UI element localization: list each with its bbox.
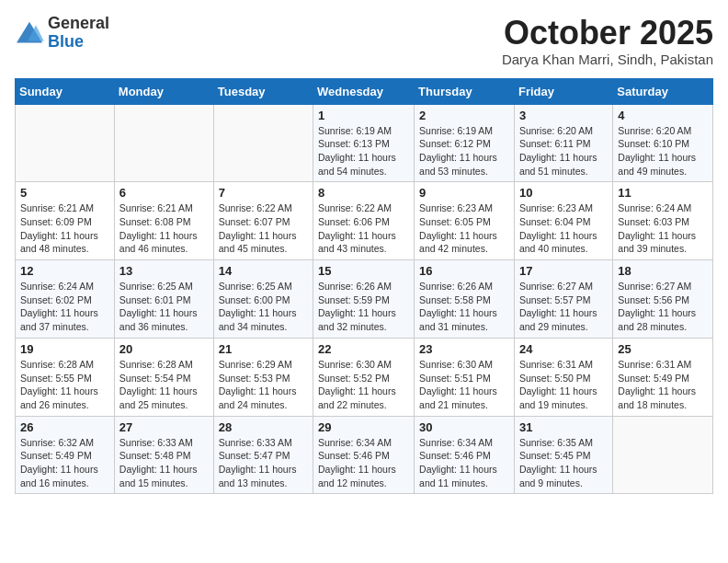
day-number: 4 [618, 109, 708, 122]
day-number: 11 [618, 186, 708, 200]
day-number: 26 [20, 420, 109, 434]
day-info: Sunrise: 6:28 AM Sunset: 5:54 PM Dayligh… [119, 358, 209, 412]
calendar-cell: 21Sunrise: 6:29 AM Sunset: 5:53 PM Dayli… [213, 338, 313, 416]
day-number: 10 [519, 186, 608, 200]
calendar-cell: 7Sunrise: 6:22 AM Sunset: 6:07 PM Daylig… [213, 182, 313, 260]
day-number: 23 [419, 342, 509, 356]
calendar-cell: 6Sunrise: 6:21 AM Sunset: 6:08 PM Daylig… [114, 182, 213, 260]
calendar-week-row: 1Sunrise: 6:19 AM Sunset: 6:13 PM Daylig… [16, 104, 713, 182]
page-header: General Blue October 2025 Darya Khan Mar… [15, 15, 713, 67]
calendar-cell: 13Sunrise: 6:25 AM Sunset: 6:01 PM Dayli… [114, 260, 213, 339]
day-info: Sunrise: 6:21 AM Sunset: 6:08 PM Dayligh… [119, 201, 209, 256]
calendar-cell: 12Sunrise: 6:24 AM Sunset: 6:02 PM Dayli… [16, 260, 115, 339]
logo: General Blue [15, 15, 109, 52]
day-number: 18 [618, 264, 708, 278]
day-number: 5 [20, 186, 109, 200]
calendar-cell: 19Sunrise: 6:28 AM Sunset: 5:55 PM Dayli… [16, 338, 115, 416]
calendar-week-row: 5Sunrise: 6:21 AM Sunset: 6:09 PM Daylig… [16, 182, 713, 260]
calendar-cell: 31Sunrise: 6:35 AM Sunset: 5:45 PM Dayli… [514, 416, 612, 494]
calendar-cell: 16Sunrise: 6:26 AM Sunset: 5:58 PM Dayli… [415, 260, 515, 339]
calendar-cell: 26Sunrise: 6:32 AM Sunset: 5:49 PM Dayli… [16, 416, 115, 494]
calendar-cell: 10Sunrise: 6:23 AM Sunset: 6:04 PM Dayli… [514, 182, 612, 260]
calendar-cell: 18Sunrise: 6:27 AM Sunset: 5:56 PM Dayli… [613, 260, 713, 339]
day-number: 6 [119, 186, 209, 200]
calendar-cell [213, 104, 313, 182]
logo-general: General [48, 15, 109, 33]
calendar-header: SundayMondayTuesdayWednesdayThursdayFrid… [16, 78, 713, 104]
day-info: Sunrise: 6:19 AM Sunset: 6:12 PM Dayligh… [419, 124, 509, 178]
day-number: 25 [618, 342, 708, 356]
day-number: 27 [119, 420, 209, 434]
logo-text: General Blue [48, 15, 109, 52]
day-info: Sunrise: 6:29 AM Sunset: 5:53 PM Dayligh… [219, 358, 308, 412]
day-info: Sunrise: 6:34 AM Sunset: 5:46 PM Dayligh… [318, 436, 409, 490]
day-number: 16 [419, 264, 509, 278]
calendar-cell: 22Sunrise: 6:30 AM Sunset: 5:52 PM Dayli… [313, 338, 415, 416]
day-info: Sunrise: 6:30 AM Sunset: 5:51 PM Dayligh… [419, 358, 509, 412]
day-number: 15 [318, 264, 409, 278]
calendar-cell: 11Sunrise: 6:24 AM Sunset: 6:03 PM Dayli… [613, 182, 713, 260]
calendar-cell: 23Sunrise: 6:30 AM Sunset: 5:51 PM Dayli… [415, 338, 515, 416]
day-info: Sunrise: 6:26 AM Sunset: 5:59 PM Dayligh… [318, 280, 409, 334]
month-title: October 2025 [502, 15, 713, 52]
day-info: Sunrise: 6:24 AM Sunset: 6:02 PM Dayligh… [20, 280, 109, 334]
calendar-week-row: 12Sunrise: 6:24 AM Sunset: 6:02 PM Dayli… [16, 260, 713, 339]
calendar-cell: 9Sunrise: 6:23 AM Sunset: 6:05 PM Daylig… [415, 182, 515, 260]
calendar-cell: 2Sunrise: 6:19 AM Sunset: 6:12 PM Daylig… [415, 104, 515, 182]
day-number: 28 [219, 420, 308, 434]
day-number: 17 [519, 264, 608, 278]
day-number: 14 [219, 264, 308, 278]
day-number: 13 [119, 264, 209, 278]
day-number: 30 [419, 420, 509, 434]
day-number: 3 [519, 109, 608, 122]
day-info: Sunrise: 6:32 AM Sunset: 5:49 PM Dayligh… [20, 436, 109, 490]
day-info: Sunrise: 6:27 AM Sunset: 5:56 PM Dayligh… [618, 280, 708, 334]
day-info: Sunrise: 6:33 AM Sunset: 5:47 PM Dayligh… [219, 436, 308, 490]
weekday-header-wednesday: Wednesday [313, 78, 415, 104]
calendar-cell: 30Sunrise: 6:34 AM Sunset: 5:46 PM Dayli… [415, 416, 515, 494]
calendar-cell: 27Sunrise: 6:33 AM Sunset: 5:48 PM Dayli… [114, 416, 213, 494]
calendar-table: SundayMondayTuesdayWednesdayThursdayFrid… [15, 78, 713, 495]
day-number: 12 [20, 264, 109, 278]
day-number: 24 [519, 342, 608, 356]
day-number: 29 [318, 420, 409, 434]
day-number: 22 [318, 342, 409, 356]
calendar-body: 1Sunrise: 6:19 AM Sunset: 6:13 PM Daylig… [16, 104, 713, 494]
calendar-cell: 25Sunrise: 6:31 AM Sunset: 5:49 PM Dayli… [613, 338, 713, 416]
calendar-cell: 29Sunrise: 6:34 AM Sunset: 5:46 PM Dayli… [313, 416, 415, 494]
calendar-cell: 20Sunrise: 6:28 AM Sunset: 5:54 PM Dayli… [114, 338, 213, 416]
day-info: Sunrise: 6:30 AM Sunset: 5:52 PM Dayligh… [318, 358, 409, 412]
day-info: Sunrise: 6:21 AM Sunset: 6:09 PM Dayligh… [20, 201, 109, 256]
day-info: Sunrise: 6:19 AM Sunset: 6:13 PM Dayligh… [318, 124, 409, 178]
calendar-cell: 14Sunrise: 6:25 AM Sunset: 6:00 PM Dayli… [213, 260, 313, 339]
calendar-cell: 17Sunrise: 6:27 AM Sunset: 5:57 PM Dayli… [514, 260, 612, 339]
day-info: Sunrise: 6:35 AM Sunset: 5:45 PM Dayligh… [519, 436, 608, 490]
weekday-header-sunday: Sunday [16, 78, 115, 104]
day-info: Sunrise: 6:28 AM Sunset: 5:55 PM Dayligh… [20, 358, 109, 412]
day-info: Sunrise: 6:27 AM Sunset: 5:57 PM Dayligh… [519, 280, 608, 334]
logo-blue: Blue [48, 33, 109, 52]
day-info: Sunrise: 6:31 AM Sunset: 5:49 PM Dayligh… [618, 358, 708, 412]
calendar-cell: 5Sunrise: 6:21 AM Sunset: 6:09 PM Daylig… [16, 182, 115, 260]
day-number: 20 [119, 342, 209, 356]
day-info: Sunrise: 6:34 AM Sunset: 5:46 PM Dayligh… [419, 436, 509, 490]
day-number: 1 [318, 109, 409, 122]
day-info: Sunrise: 6:33 AM Sunset: 5:48 PM Dayligh… [119, 436, 209, 490]
day-info: Sunrise: 6:31 AM Sunset: 5:50 PM Dayligh… [519, 358, 608, 412]
calendar-week-row: 26Sunrise: 6:32 AM Sunset: 5:49 PM Dayli… [16, 416, 713, 494]
day-info: Sunrise: 6:26 AM Sunset: 5:58 PM Dayligh… [419, 280, 509, 334]
logo-icon [15, 20, 44, 46]
calendar-cell: 8Sunrise: 6:22 AM Sunset: 6:06 PM Daylig… [313, 182, 415, 260]
calendar-cell [16, 104, 115, 182]
calendar-week-row: 19Sunrise: 6:28 AM Sunset: 5:55 PM Dayli… [16, 338, 713, 416]
calendar-cell: 3Sunrise: 6:20 AM Sunset: 6:11 PM Daylig… [514, 104, 612, 182]
weekday-header-friday: Friday [514, 78, 612, 104]
day-number: 9 [419, 186, 509, 200]
calendar-cell: 4Sunrise: 6:20 AM Sunset: 6:10 PM Daylig… [613, 104, 713, 182]
day-info: Sunrise: 6:24 AM Sunset: 6:03 PM Dayligh… [618, 201, 708, 256]
calendar-cell: 28Sunrise: 6:33 AM Sunset: 5:47 PM Dayli… [213, 416, 313, 494]
day-number: 21 [219, 342, 308, 356]
weekday-header-monday: Monday [114, 78, 213, 104]
weekday-row: SundayMondayTuesdayWednesdayThursdayFrid… [16, 78, 713, 104]
day-number: 8 [318, 186, 409, 200]
